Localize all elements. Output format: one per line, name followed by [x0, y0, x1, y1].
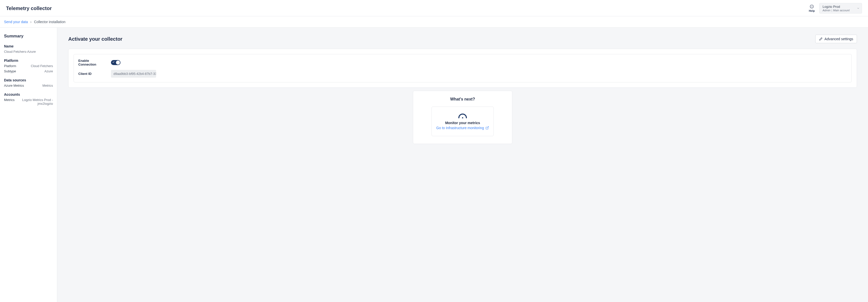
help-icon [809, 4, 814, 9]
gauge-icon [458, 113, 467, 118]
sidebar-row-key: Subtype [4, 70, 16, 73]
sidebar-row-key: Metrics [4, 98, 14, 102]
sidebar-heading-accounts: Accounts [4, 92, 53, 97]
sidebar-row-account: Metrics Logzio Metrics Prod - jmx2logzio [4, 98, 53, 106]
toggle-knob [116, 60, 120, 64]
sidebar-row-value: Metrics [42, 84, 53, 87]
monitor-metrics-tile: Monitor your metrics Go to Infrastructur… [432, 107, 494, 136]
monitor-metrics-label: Monitor your metrics [436, 121, 489, 125]
sidebar-row-key: Azure Metrics [4, 84, 24, 87]
help-button[interactable]: Help [809, 4, 815, 12]
header-right-controls: Help Logzio Prod Admin|Main account [809, 3, 862, 13]
connection-panel: Enable Connection Client ID d9aa9bb3-bf9… [73, 54, 852, 82]
sidebar-row-key: Platform [4, 64, 16, 68]
pencil-icon [819, 37, 823, 41]
account-type: Main account [833, 9, 849, 12]
account-selector[interactable]: Logzio Prod Admin|Main account [819, 3, 862, 13]
layout: Summary Name Cloud Fetchers-Azure Platfo… [0, 28, 868, 302]
client-id-label: Client ID [78, 72, 106, 76]
advanced-settings-label: Advanced settings [825, 37, 853, 41]
sidebar-name-value: Cloud Fetchers-Azure [4, 50, 53, 54]
whats-next-title: What's next? [419, 97, 506, 102]
svg-point-1 [811, 6, 812, 7]
help-label: Help [809, 9, 815, 12]
sidebar-row-value: Logzio Metrics Prod - jmx2logzio [17, 98, 53, 106]
advanced-settings-button[interactable]: Advanced settings [815, 35, 857, 43]
sidebar-section-datasources: Data sources Azure Metrics Metrics [4, 78, 53, 87]
chevron-right-icon: › [30, 20, 32, 24]
sidebar-row-value: Cloud Fetchers [31, 64, 53, 68]
breadcrumb-current: Collector installation [34, 20, 65, 24]
infrastructure-monitoring-link[interactable]: Go to Infrastructure monitoring [436, 126, 489, 130]
sidebar-section-accounts: Accounts Metrics Logzio Metrics Prod - j… [4, 92, 53, 106]
svg-point-0 [810, 5, 813, 8]
sidebar-row-platform: Platform Cloud Fetchers [4, 64, 53, 68]
main-content: Activate your collector Advanced setting… [57, 28, 868, 302]
breadcrumb: Send your data › Collector installation [0, 16, 868, 28]
account-name: Logzio Prod [823, 5, 854, 8]
enable-connection-label: Enable Connection [78, 59, 106, 66]
sidebar-row-value: Azure [44, 70, 53, 73]
check-icon [112, 61, 115, 63]
sidebar-heading-name: Name [4, 44, 53, 48]
sidebar-heading-datasources: Data sources [4, 78, 53, 82]
whats-next-card: What's next? Monitor your metrics Go to … [413, 91, 512, 144]
sidebar-row-subtype: Subtype Azure [4, 70, 53, 73]
svg-line-3 [487, 127, 489, 128]
top-header: Telemetry collector Help Logzio Prod Adm… [0, 0, 868, 16]
enable-connection-toggle[interactable] [111, 60, 121, 65]
main-header: Activate your collector Advanced setting… [68, 35, 857, 43]
chevron-down-icon [857, 7, 860, 10]
account-role: Admin [823, 9, 830, 12]
sidebar-row-datasource: Azure Metrics Metrics [4, 84, 53, 87]
sidebar: Summary Name Cloud Fetchers-Azure Platfo… [0, 28, 57, 302]
client-id-value: d9aa9bb3-bf95-42b4-87b7-33 [111, 70, 156, 78]
account-subtitle: Admin|Main account [823, 9, 854, 12]
sidebar-section-name: Name Cloud Fetchers-Azure [4, 44, 53, 54]
external-link-icon [486, 126, 489, 130]
svg-point-2 [462, 117, 463, 118]
activate-card: Enable Connection Client ID d9aa9bb3-bf9… [68, 49, 857, 88]
main-title: Activate your collector [68, 36, 123, 42]
sidebar-section-platform: Platform Platform Cloud Fetchers Subtype… [4, 58, 53, 73]
infrastructure-link-text: Go to Infrastructure monitoring [436, 126, 484, 130]
client-id-row: Client ID d9aa9bb3-bf95-42b4-87b7-33 [78, 70, 847, 78]
page-title: Telemetry collector [6, 5, 52, 11]
enable-connection-row: Enable Connection [78, 59, 847, 66]
breadcrumb-parent-link[interactable]: Send your data [4, 20, 28, 24]
sidebar-title: Summary [4, 34, 53, 39]
sidebar-heading-platform: Platform [4, 58, 53, 62]
